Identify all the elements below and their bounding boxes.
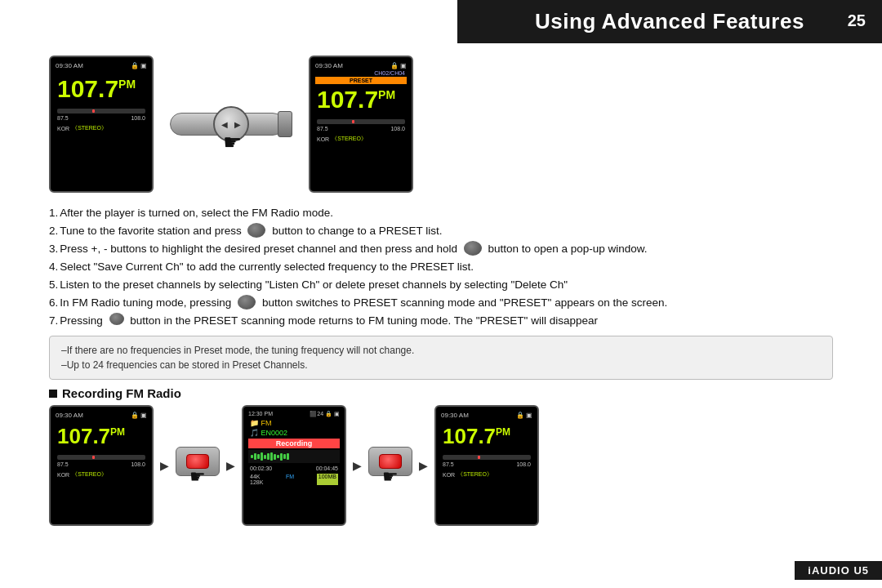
rec-dev3-topbar: 09:30 AM 🔒 ▣ bbox=[439, 410, 534, 420]
rec-fm-badge: FM bbox=[286, 474, 294, 485]
instruction-1: 1. After the player is turned on, select… bbox=[49, 205, 833, 222]
record-hand-2: ☛ bbox=[382, 466, 399, 488]
rec-device-1: 09:30 AM 🔒 ▣ 107.7PM 87.5108.0 KOR 《STER… bbox=[49, 405, 154, 526]
rec-dev1-topbar: 09:30 AM 🔒 ▣ bbox=[54, 410, 149, 420]
rec-status: Recording bbox=[248, 439, 340, 448]
device-screen-2: 09:30 AM 🔒 ▣ CH02/CH04 PRESET 107.7PM 87… bbox=[309, 56, 413, 193]
waveform-bar bbox=[277, 455, 279, 458]
rec-file: 🎵 EN0002 bbox=[247, 428, 341, 438]
inline-button-3 bbox=[464, 241, 482, 256]
device2-preset: PRESET bbox=[315, 77, 407, 84]
waveform-bar bbox=[264, 455, 266, 459]
device2-icons: 🔒 ▣ bbox=[390, 62, 407, 69]
device1-frequency: 107.7PM bbox=[54, 75, 149, 102]
waveform-bar bbox=[270, 452, 273, 461]
rec-dev3-range bbox=[443, 455, 531, 460]
rec-dev1-range bbox=[57, 455, 145, 460]
waveform-bar bbox=[267, 453, 270, 460]
rec-waveform bbox=[248, 450, 340, 463]
arrow-3: ▶ bbox=[353, 459, 362, 472]
record-button-area-2: ☛ bbox=[368, 447, 412, 476]
instruction-4: 4. Select "Save Current Ch" to add the c… bbox=[49, 259, 833, 276]
waveform-bar bbox=[280, 453, 283, 461]
instruction-2: 2. Tune to the favorite station and pres… bbox=[49, 223, 833, 240]
recording-section-header: Recording FM Radio bbox=[49, 386, 833, 400]
rec-dev1-freq: 107.7PM bbox=[54, 425, 149, 448]
note-line-2: –Up to 24 frequencies can be stored in P… bbox=[61, 358, 821, 372]
device1-time: 09:30 AM bbox=[56, 62, 83, 69]
device1-bottom: KOR 《STEREO》 bbox=[54, 122, 149, 134]
device2-time: 09:30 AM bbox=[315, 62, 343, 69]
rec-screen-top: 12:30 PM ⬛24 🔒 ▣ bbox=[247, 410, 341, 418]
device1-topbar: 09:30 AM 🔒 ▣ bbox=[54, 60, 149, 70]
main-content: 09:30 AM 🔒 ▣ 107.7PM 87.5108.0 KOR 《STER… bbox=[49, 43, 833, 588]
waveform-bar bbox=[283, 454, 286, 459]
instruction-7: 7. Pressing button in the PRESET scannin… bbox=[49, 313, 833, 330]
arrow-2: ▶ bbox=[226, 459, 235, 472]
joystick-control: ◀▶ ☛ bbox=[170, 100, 292, 149]
rec-device-3: 09:30 AM 🔒 ▣ 107.7PM 87.5108.0 KOR 《STER… bbox=[434, 405, 539, 526]
device2-topbar: 09:30 AM 🔒 ▣ bbox=[314, 60, 408, 70]
waveform-bar bbox=[261, 452, 263, 461]
device2-range-labels: 87.5108.0 bbox=[314, 126, 408, 131]
joystick-end bbox=[278, 111, 292, 137]
note-line-1: –If there are no frequencies in Preset m… bbox=[61, 343, 821, 358]
instruction-3: 3. Press +, - buttons to highlight the d… bbox=[49, 241, 833, 258]
rec-folder: 📁 FM bbox=[247, 418, 341, 428]
waveform-bar bbox=[251, 455, 253, 458]
rec-dev3-freq: 107.7PM bbox=[439, 425, 534, 448]
page-number: 25 bbox=[848, 11, 866, 30]
waveform-bar bbox=[287, 453, 289, 460]
inline-button-2 bbox=[247, 223, 265, 238]
waveform-bar bbox=[257, 454, 260, 459]
device2-ch: CH02/CH04 bbox=[314, 70, 408, 76]
header-bar: Using Advanced Features 25 bbox=[457, 0, 882, 43]
waveform-bar bbox=[274, 454, 276, 460]
instruction-5: 5. Listen to the preset channels by sele… bbox=[49, 277, 833, 294]
inline-button-7 bbox=[109, 313, 124, 325]
rec-bottom: 44K128K FM 100MB bbox=[247, 472, 341, 487]
rec-dev3-bottom: KOR 《STEREO》 bbox=[439, 469, 534, 480]
record-hand-1: ☛ bbox=[189, 466, 206, 488]
device2-bottom: KOR 《STEREO》 bbox=[314, 133, 408, 145]
record-button-area-1: ☛ bbox=[176, 447, 220, 476]
rec-dev1-bottom: KOR 《STEREO》 bbox=[54, 469, 149, 480]
rec-times: 00:02:30 00:04:45 bbox=[247, 465, 341, 472]
device2-range-bar bbox=[317, 119, 405, 124]
section-square-icon bbox=[49, 390, 57, 398]
instruction-6: 6. In FM Radio tuning mode, pressing but… bbox=[49, 295, 833, 312]
recording-screen: 12:30 PM ⬛24 🔒 ▣ 📁 FM 🎵 EN0002 Recording bbox=[242, 405, 346, 526]
device1-range-bar bbox=[57, 109, 145, 114]
recording-devices-row: 09:30 AM 🔒 ▣ 107.7PM 87.5108.0 KOR 《STER… bbox=[49, 405, 833, 526]
brand-footer: iAUDIO U5 bbox=[795, 561, 882, 580]
waveform-bar bbox=[254, 453, 256, 460]
rec-dev3-labels: 87.5108.0 bbox=[439, 461, 534, 467]
instructions-list: 1. After the player is turned on, select… bbox=[49, 205, 833, 329]
recording-section-title: Recording FM Radio bbox=[62, 386, 181, 400]
inline-button-6 bbox=[238, 295, 256, 310]
device1-range-labels: 87.5108.0 bbox=[54, 115, 149, 121]
device2-frequency: 107.7PM bbox=[314, 86, 408, 113]
arrow-1: ▶ bbox=[160, 459, 169, 472]
page-title: Using Advanced Features bbox=[535, 9, 804, 34]
joystick-arrows: ◀▶ bbox=[221, 120, 241, 129]
top-devices-row: 09:30 AM 🔒 ▣ 107.7PM 87.5108.0 KOR 《STER… bbox=[49, 56, 833, 193]
cursor-hand-icon: ☛ bbox=[223, 130, 242, 155]
arrow-4: ▶ bbox=[419, 459, 428, 472]
rec-size-badge: 100MB bbox=[317, 474, 338, 485]
device1-icons: 🔒 ▣ bbox=[131, 62, 147, 69]
rec-dev1-labels: 87.5108.0 bbox=[54, 461, 149, 467]
device-screen-1: 09:30 AM 🔒 ▣ 107.7PM 87.5108.0 KOR 《STER… bbox=[49, 56, 154, 193]
note-box: –If there are no frequencies in Preset m… bbox=[49, 336, 833, 380]
